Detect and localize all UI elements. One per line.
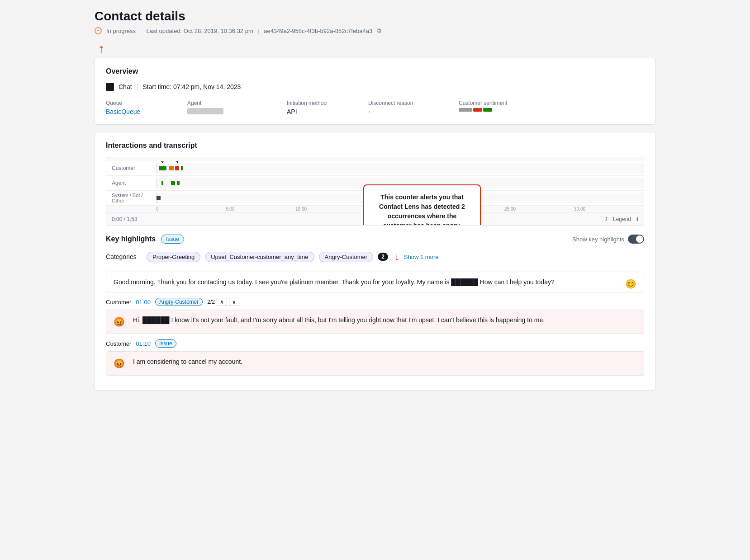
agent-col: Agent — [187, 100, 287, 115]
msg-2-nav-count: 2/2 — [207, 299, 215, 305]
tl-bar-agent-3 — [177, 181, 179, 185]
msg-2-time[interactable]: 01:00 — [136, 299, 151, 306]
sentiment-negative — [473, 108, 482, 112]
timeline-row-customer: Customer — [106, 161, 644, 176]
disconnect-value: - — [368, 108, 459, 115]
overview-grid: Queue BasicQueue Agent Initiation method… — [106, 100, 644, 115]
status-bar: In progress | Last updated: Oct 28, 2019… — [95, 27, 655, 34]
share-icon[interactable]: ⤴ — [605, 216, 608, 222]
agent-value — [187, 108, 287, 115]
msg-5-text: I am considering to cancel my account. — [133, 358, 242, 365]
timeline-time: 0:00 / 1:58 — [112, 216, 138, 222]
msg-1-text: Good morning. Thank you for contacting u… — [114, 278, 555, 286]
counter-row: 3 2 — [106, 157, 644, 161]
categories-label: Categories — [106, 253, 142, 260]
disconnect-label: Disconnect reason — [368, 100, 459, 106]
timeline-label-system: System / Bot /Other — [106, 193, 156, 203]
msg-2-nav-up[interactable]: ∧ — [217, 298, 227, 306]
msg-2-badge-angry[interactable]: Angry-Customer — [155, 298, 203, 306]
tick-10: 10:00 — [295, 206, 365, 212]
tick-30: 30:00 — [574, 206, 644, 212]
sentiment-bar — [459, 108, 558, 112]
msg-4-sender: Customer — [106, 340, 131, 347]
msg-2-meta: Customer 01:00 Angry-Customer 2/2 ∧ ∨ — [106, 298, 644, 306]
interactions-title: Interactions and transcript — [106, 141, 644, 150]
show-more-link[interactable]: Show 1 more — [404, 254, 439, 260]
overview-card: Overview Chat | Start time: 07:42 pm, No… — [95, 58, 655, 125]
tl-bar-customer-3 — [175, 166, 179, 170]
msg-2-nav-down[interactable]: ∨ — [229, 298, 239, 306]
start-time: Start time: 07:42 pm, Nov 14, 2023 — [142, 83, 241, 90]
categories-row: Categories Proper-Greeting Upset_Custome… — [106, 251, 644, 263]
tl-bar-customer-2 — [169, 166, 174, 170]
category-angry-customer[interactable]: Angry-Customer — [319, 252, 374, 262]
tooltip-box: This counter alerts you that Contact Len… — [363, 184, 481, 226]
initiation-value: API — [287, 108, 368, 115]
msg-4-meta: Customer 01:10 Issue — [106, 339, 644, 348]
show-key-highlights-toggle[interactable] — [628, 235, 644, 244]
page-title: Contact details — [95, 9, 655, 24]
disconnect-col: Disconnect reason - — [368, 100, 459, 115]
tl-bar-system-1 — [157, 196, 161, 200]
msg-2-sender: Customer — [106, 299, 131, 306]
agent-label: Agent — [187, 100, 287, 106]
tick-5: 5:00 — [226, 206, 295, 212]
sentiment-positive — [483, 108, 492, 112]
tl-bar-customer-1 — [159, 166, 166, 170]
timeline-track-customer — [156, 163, 644, 174]
contact-id: ae4349a2-958c-4f3b-b92a-852c7feba4a3 — [264, 28, 372, 34]
sentiment-neutral — [459, 108, 472, 112]
timeline-container: 3 2 Customer Agent — [106, 157, 644, 226]
last-updated: Last updated: Oct 28, 2019, 10:36:32 pm — [146, 28, 253, 34]
initiation-label: Initiation method — [287, 100, 368, 106]
legend-info-icon[interactable]: ℹ — [636, 216, 638, 222]
queue-col: Queue BasicQueue — [106, 100, 187, 115]
sentiment-col: Customer sentiment — [459, 100, 558, 115]
msg-2-nav: 2/2 ∧ ∨ — [207, 298, 239, 306]
transcript-msg-5: 😡 I am considering to cancel my account. — [106, 351, 644, 376]
transcript-msg-3: 😡 Hi, ██████ I know it's not your fault,… — [106, 310, 644, 334]
tick-25: 25:00 — [504, 206, 574, 212]
msg-4-time[interactable]: 01:10 — [136, 340, 151, 347]
key-highlights-row: Key highlights Issue Show key highlights — [106, 235, 644, 244]
in-progress-icon — [95, 27, 102, 34]
show-key-highlights-label: Show key highlights — [572, 236, 624, 243]
overview-title: Overview — [106, 67, 644, 75]
legend-label[interactable]: Legend — [613, 216, 631, 222]
sentiment-smiley-icon: 😊 — [625, 278, 636, 289]
chat-label: Chat — [119, 83, 132, 90]
status-label: In progress — [106, 28, 136, 34]
msg-3-text: Hi, ██████ I know it's not your fault, a… — [133, 316, 545, 324]
transcript-msg-1: 😊 Good morning. Thank you for contacting… — [106, 272, 644, 292]
category-upset-customer[interactable]: Upset_Customer-customer_any_time — [205, 252, 314, 262]
msg-4-badge-issue[interactable]: Issue — [155, 339, 176, 348]
tl-bar-agent-1 — [161, 181, 163, 185]
angry-icon-1: 😡 — [114, 316, 125, 327]
timeline-label-customer: Customer — [106, 165, 156, 171]
sentiment-label: Customer sentiment — [459, 100, 558, 106]
initiation-col: Initiation method API — [287, 100, 368, 115]
chat-header: Chat | Start time: 07:42 pm, Nov 14, 202… — [106, 83, 644, 91]
issue-badge[interactable]: Issue — [161, 235, 184, 244]
annotation-arrow-up: ↑ — [98, 42, 655, 56]
key-highlights-title: Key highlights — [106, 235, 156, 243]
tick-0: 0 — [156, 206, 226, 212]
interactions-card: Interactions and transcript 3 2 Customer — [95, 132, 655, 391]
queue-value[interactable]: BasicQueue — [106, 108, 187, 115]
queue-label: Queue — [106, 100, 187, 106]
category-proper-greeting[interactable]: Proper-Greeting — [147, 252, 200, 262]
chat-icon — [106, 83, 114, 91]
tl-bar-customer-4 — [181, 166, 183, 170]
annotation-arrow-down: ↓ — [394, 251, 399, 263]
tl-bar-agent-2 — [171, 181, 175, 185]
angry-customer-count: 2 — [378, 253, 388, 261]
angry-icon-2: 😡 — [114, 358, 125, 369]
agent-name-blurred — [187, 108, 223, 114]
copy-icon[interactable]: ⧉ — [377, 27, 381, 34]
timeline-label-agent: Agent — [106, 180, 156, 186]
